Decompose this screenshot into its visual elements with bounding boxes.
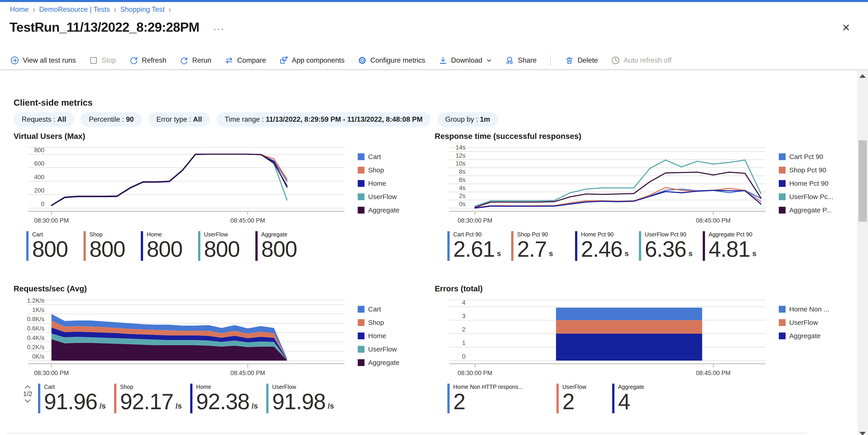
legend-label: Shop Pct 90 xyxy=(789,166,826,174)
svg-text:0K/s: 0K/s xyxy=(32,353,44,360)
legend-item-home-non-[interactable]: Home Non ... xyxy=(779,305,829,313)
stat-card: Home800 xyxy=(141,231,198,261)
svg-text:08:30:00 PM: 08:30:00 PM xyxy=(458,370,492,376)
scrollbar-thumb[interactable] xyxy=(859,140,867,222)
svg-text:0: 0 xyxy=(462,353,465,360)
legend-item-aggregate[interactable]: Aggregate xyxy=(358,206,399,214)
virtual-users-chart: 020040060080008:30:00 PM08:45:00 PM xyxy=(13,143,349,224)
response-time-chart: 0s2s4s6s8s10s12s14s08:30:00 PM08:45:00 P… xyxy=(435,143,770,224)
legend-swatch xyxy=(358,180,365,187)
stat-card: Cart91.96/s xyxy=(38,383,114,413)
breadcrumb: Home › DemoResource | Tests › Shopping T… xyxy=(10,5,172,13)
legend-item-cart[interactable]: Cart xyxy=(358,153,399,161)
svg-text:1.2K/s: 1.2K/s xyxy=(27,297,44,304)
filter-pills: Requests : All Percentile : 90 Error typ… xyxy=(13,112,498,127)
clock-icon xyxy=(611,56,620,65)
breadcrumb-resource-tests[interactable]: DemoResource | Tests xyxy=(39,5,110,13)
legend-item-userflow[interactable]: UserFlow xyxy=(779,319,829,327)
filter-time-range[interactable]: Time range : 11/13/2022, 8:29:59 PM - 11… xyxy=(216,112,431,127)
legend-item-shop[interactable]: Shop xyxy=(358,319,399,327)
legend-swatch xyxy=(779,193,785,200)
filter-requests[interactable]: Requests : All xyxy=(13,112,74,127)
portal-top-bar xyxy=(0,0,868,2)
gear-icon xyxy=(358,56,367,65)
filter-group-by[interactable]: Group by : 1m xyxy=(437,112,498,127)
svg-text:08:45:00 PM: 08:45:00 PM xyxy=(230,217,265,224)
pager-up-icon[interactable] xyxy=(24,384,31,390)
stat-card-value: 800 xyxy=(204,238,255,261)
svg-text:4: 4 xyxy=(462,299,465,306)
legend-item-home-pct-90[interactable]: Home Pct 90 xyxy=(779,179,833,187)
legend-item-shop[interactable]: Shop xyxy=(358,166,399,174)
trash-icon xyxy=(565,56,574,65)
app-components-button[interactable]: App components xyxy=(279,56,345,65)
legend-swatch xyxy=(358,167,365,173)
stat-card: Home Pct 902.46s xyxy=(575,231,639,261)
arrow-circle-icon xyxy=(10,56,20,65)
breadcrumb-separator-icon: › xyxy=(114,5,117,14)
more-options-button[interactable]: ··· xyxy=(213,23,224,31)
stat-card-value: 2 xyxy=(453,390,556,413)
stop-button: Stop xyxy=(89,56,116,65)
chart-legend: Cart Pct 90Shop Pct 90Home Pct 90UserFlo… xyxy=(779,153,833,214)
configure-metrics-button[interactable]: Configure metrics xyxy=(358,56,425,65)
scrollbar-down-arrow-icon[interactable] xyxy=(859,432,866,435)
legend-item-aggregate-p-[interactable]: Aggregate P... xyxy=(779,206,833,214)
scrollbar-up-arrow-icon[interactable] xyxy=(859,74,866,78)
close-icon[interactable]: ✕ xyxy=(842,22,850,34)
filter-separator: : xyxy=(187,115,193,124)
legend-item-userflow-pc-[interactable]: UserFlow Pc... xyxy=(779,193,833,201)
legend-label: Cart Pct 90 xyxy=(789,153,823,161)
compare-button[interactable]: Compare xyxy=(224,56,266,65)
stat-card-unit: s xyxy=(752,250,756,261)
svg-text:2s: 2s xyxy=(459,193,465,199)
stat-card: Aggregate4 xyxy=(612,383,668,413)
stat-card-unit: /s xyxy=(100,402,106,413)
filter-percentile[interactable]: Percentile : 90 xyxy=(81,112,142,127)
breadcrumb-home[interactable]: Home xyxy=(10,5,29,13)
refresh-button[interactable]: Refresh xyxy=(129,56,167,65)
legend-label: Home xyxy=(368,332,386,340)
legend-item-userflow[interactable]: UserFlow xyxy=(358,345,399,353)
filter-separator: : xyxy=(474,115,480,124)
chart-area: 0123408:30:00 PM08:45:00 PMHome Non ...U… xyxy=(435,296,842,377)
legend-item-cart-pct-90[interactable]: Cart Pct 90 xyxy=(779,153,833,161)
legend-item-aggregate[interactable]: Aggregate xyxy=(779,332,829,340)
pager-down-icon[interactable] xyxy=(24,398,31,403)
legend-item-aggregate[interactable]: Aggregate xyxy=(358,359,399,366)
stat-card: UserFlow800 xyxy=(198,231,255,261)
svg-text:08:45:00 PM: 08:45:00 PM xyxy=(696,370,731,376)
legend-label: UserFlow xyxy=(789,319,818,327)
stat-card-value: 2.7s xyxy=(517,238,575,261)
stat-card: UserFlow2 xyxy=(556,383,612,413)
pager-label: 1/2 xyxy=(23,390,32,398)
share-button[interactable]: Share xyxy=(505,56,536,65)
delete-button[interactable]: Delete xyxy=(565,56,598,65)
filter-label: Requests xyxy=(22,115,52,124)
svg-text:400: 400 xyxy=(34,174,44,180)
filter-error-type[interactable]: Error type : All xyxy=(148,112,210,127)
stat-card-unit: /s xyxy=(176,402,182,413)
filter-value: 90 xyxy=(126,115,133,124)
legend-swatch xyxy=(358,193,365,200)
legend-swatch xyxy=(358,319,365,326)
legend-label: UserFlow Pc... xyxy=(789,193,833,201)
view-all-test-runs-button[interactable]: View all test runs xyxy=(10,56,76,65)
legend-item-cart[interactable]: Cart xyxy=(358,305,399,313)
breadcrumb-separator-icon: › xyxy=(32,5,35,14)
toolbar-label: Auto refresh off xyxy=(624,56,672,64)
legend-item-home[interactable]: Home xyxy=(358,179,399,187)
breadcrumb-shopping-test[interactable]: Shopping Test xyxy=(120,5,164,13)
svg-text:08:30:00 PM: 08:30:00 PM xyxy=(34,217,69,224)
stat-card-value: 6.36s xyxy=(645,238,703,261)
legend-item-userflow[interactable]: UserFlow xyxy=(358,193,399,201)
toolbar-label: App components xyxy=(292,56,345,64)
vertical-scrollbar[interactable] xyxy=(857,71,868,435)
legend-item-home[interactable]: Home xyxy=(358,332,399,340)
rerun-button[interactable]: Rerun xyxy=(179,56,211,65)
download-button[interactable]: Download xyxy=(438,56,492,65)
toolbar-label: Refresh xyxy=(142,56,167,64)
legend-item-shop-pct-90[interactable]: Shop Pct 90 xyxy=(779,166,833,174)
stat-card-value: 4 xyxy=(618,390,668,413)
stat-card: UserFlow91.98/s xyxy=(266,383,342,413)
